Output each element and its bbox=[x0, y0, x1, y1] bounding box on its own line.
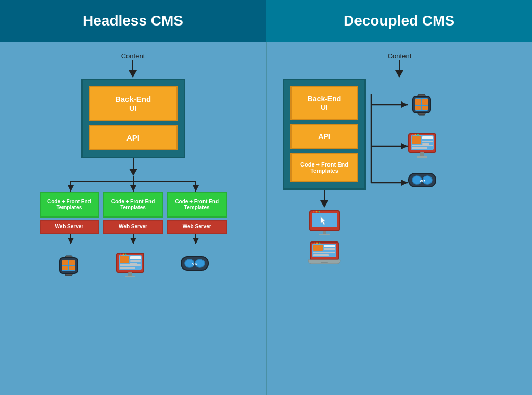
svg-rect-71 bbox=[422, 99, 428, 105]
right-arrow-1 bbox=[395, 70, 403, 78]
svg-point-31 bbox=[123, 254, 124, 256]
svg-rect-19 bbox=[69, 260, 75, 265]
svg-rect-54 bbox=[313, 254, 329, 256]
svg-point-55 bbox=[314, 243, 315, 244]
svg-rect-46 bbox=[323, 231, 326, 234]
left-content-arrow: Content bbox=[121, 52, 145, 78]
svg-rect-29 bbox=[120, 267, 135, 269]
svg-point-45 bbox=[318, 211, 320, 213]
right-api-box: API bbox=[290, 124, 358, 149]
left-arrow-2 bbox=[129, 169, 137, 176]
svg-rect-58 bbox=[321, 262, 328, 263]
panel-left: Content Back-EndUI API bbox=[0, 42, 266, 395]
right-cms-arrow bbox=[320, 190, 328, 208]
panel-right: Content Back-EndUI API Code + Front EndT… bbox=[266, 42, 532, 395]
left-vert-line-2 bbox=[133, 158, 134, 169]
headless-cms-title: Headless CMS bbox=[83, 12, 183, 29]
svg-rect-73 bbox=[422, 106, 428, 110]
content-area: Content Back-EndUI API bbox=[0, 42, 532, 395]
svg-text:VR: VR bbox=[192, 262, 197, 266]
right-templates-box: Code + Front EndTemplates bbox=[290, 153, 358, 182]
left-red-box-1: Web Server bbox=[40, 220, 99, 234]
svg-point-57 bbox=[319, 243, 321, 244]
right-content-label: Content bbox=[388, 52, 412, 60]
svg-point-84 bbox=[417, 134, 419, 136]
svg-rect-20 bbox=[62, 266, 68, 270]
svg-rect-21 bbox=[69, 266, 75, 270]
left-api-box: API bbox=[89, 125, 178, 150]
svg-rect-27 bbox=[130, 263, 137, 264]
svg-rect-77 bbox=[422, 136, 433, 139]
svg-rect-24 bbox=[120, 256, 129, 263]
left-green-box-3: Code + Front EndTemplates bbox=[167, 192, 227, 218]
right-watch-icon bbox=[409, 90, 435, 121]
svg-text:VR: VR bbox=[419, 179, 425, 183]
left-devices-row: VR bbox=[40, 251, 227, 282]
left-red-box-2: Web Server bbox=[103, 220, 163, 234]
svg-rect-33 bbox=[128, 272, 132, 276]
svg-marker-7 bbox=[193, 185, 199, 192]
left-branches: Code + Front EndTemplates Web Server Cod… bbox=[40, 192, 227, 234]
left-backend-ui-box: Back-EndUI bbox=[89, 86, 178, 121]
branch-1: Code + Front EndTemplates Web Server bbox=[40, 192, 99, 234]
svg-rect-52 bbox=[324, 248, 335, 250]
right-cms-col: Back-EndUI API Code + Front EndTemplates bbox=[283, 79, 366, 266]
right-vert-line-2 bbox=[324, 190, 325, 200]
svg-point-83 bbox=[415, 134, 416, 136]
left-cms-box: Back-EndUI API bbox=[81, 79, 185, 158]
svg-marker-13 bbox=[193, 238, 199, 244]
right-backend-ui-box: Back-EndUI bbox=[290, 86, 358, 120]
svg-rect-85 bbox=[420, 152, 424, 157]
right-monitor-large-icon bbox=[308, 209, 341, 238]
right-bottom-devices bbox=[306, 209, 343, 266]
svg-rect-25 bbox=[130, 256, 141, 259]
svg-rect-70 bbox=[415, 99, 421, 105]
svg-rect-47 bbox=[319, 234, 330, 235]
svg-rect-53 bbox=[313, 252, 335, 253]
right-arrow-2 bbox=[320, 200, 328, 208]
svg-rect-80 bbox=[412, 145, 433, 146]
left-green-box-1: Code + Front EndTemplates bbox=[40, 192, 99, 218]
right-vert-line-1 bbox=[399, 60, 400, 70]
svg-rect-86 bbox=[417, 156, 427, 158]
right-cms-box: Back-EndUI API Code + Front EndTemplates bbox=[283, 79, 366, 190]
left-cms-arrow bbox=[129, 158, 137, 176]
svg-rect-78 bbox=[422, 141, 433, 142]
svg-point-44 bbox=[315, 211, 317, 213]
svg-point-82 bbox=[412, 134, 414, 136]
svg-rect-50 bbox=[313, 245, 323, 251]
svg-marker-11 bbox=[130, 238, 136, 244]
left-content-label: Content bbox=[121, 52, 145, 60]
svg-rect-18 bbox=[62, 260, 68, 265]
right-laptop-icon bbox=[306, 240, 343, 266]
branch-2: Code + Front EndTemplates Web Server bbox=[103, 192, 163, 234]
svg-rect-76 bbox=[412, 136, 421, 144]
svg-rect-51 bbox=[324, 245, 335, 247]
svg-rect-72 bbox=[415, 106, 421, 110]
right-main-layout: Back-EndUI API Code + Front EndTemplates bbox=[277, 79, 522, 266]
svg-marker-6 bbox=[130, 185, 136, 192]
main-container: Headless CMS Decoupled CMS Content Back-… bbox=[0, 0, 532, 395]
svg-point-56 bbox=[316, 243, 318, 244]
svg-rect-81 bbox=[412, 147, 427, 149]
right-connector: VR bbox=[366, 79, 439, 214]
right-content-arrow: Content bbox=[388, 52, 412, 78]
header: Headless CMS Decoupled CMS bbox=[0, 0, 532, 42]
right-monitor-icon bbox=[407, 132, 438, 163]
svg-rect-34 bbox=[125, 276, 135, 277]
right-vr-icon: VR bbox=[407, 168, 438, 194]
svg-marker-5 bbox=[68, 185, 74, 192]
svg-point-32 bbox=[125, 254, 127, 256]
left-monitor-icon bbox=[115, 251, 146, 282]
left-arrow-1 bbox=[129, 70, 137, 78]
svg-marker-61 bbox=[401, 101, 408, 108]
svg-point-30 bbox=[120, 254, 122, 256]
left-device-arrows-svg bbox=[40, 234, 227, 249]
left-green-box-2: Code + Front EndTemplates bbox=[103, 192, 163, 218]
svg-rect-79 bbox=[422, 143, 429, 145]
header-right: Decoupled CMS bbox=[266, 0, 532, 42]
header-left: Headless CMS bbox=[0, 0, 266, 42]
svg-rect-28 bbox=[120, 264, 141, 266]
left-vert-line-1 bbox=[132, 60, 133, 70]
decoupled-cms-title: Decoupled CMS bbox=[344, 12, 454, 29]
